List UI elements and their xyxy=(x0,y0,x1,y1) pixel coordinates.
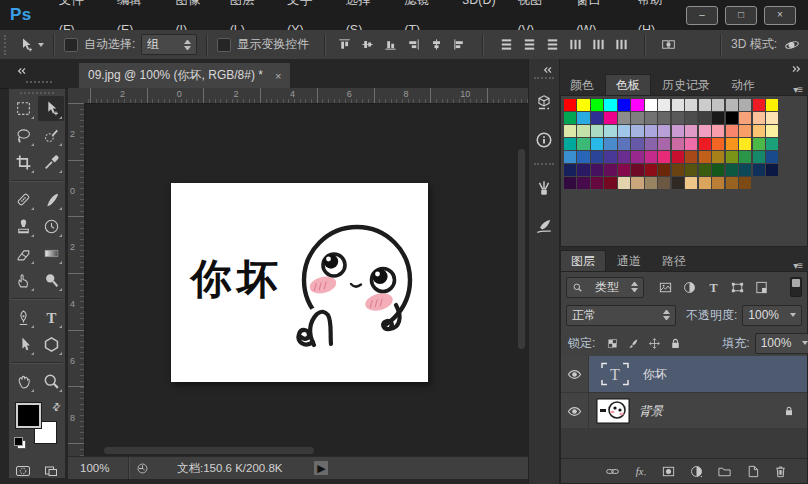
swatches-tab-色板[interactable]: 色板 xyxy=(605,74,651,95)
swatch-dce8a8[interactable] xyxy=(564,125,576,137)
layer-style-icon[interactable]: fx xyxy=(633,464,648,479)
swatch-eec68a[interactable] xyxy=(685,177,697,189)
lock-transparent-icon[interactable] xyxy=(606,337,619,350)
swatch-f7941d[interactable] xyxy=(726,138,738,150)
auto-select-checkbox[interactable] xyxy=(64,38,78,52)
align-left-edges-icon[interactable] xyxy=(404,35,423,54)
swatch-4a3898[interactable] xyxy=(604,151,616,163)
swatch-f7a278[interactable] xyxy=(739,112,751,124)
swatch-3a5c10[interactable] xyxy=(699,164,711,176)
tool-eyedropper[interactable] xyxy=(38,150,64,175)
swatch-2e3192[interactable] xyxy=(591,112,603,124)
new-adjustment-icon[interactable] xyxy=(689,464,704,479)
toolbox-grip[interactable] xyxy=(20,92,54,94)
tool-rectangular-marquee[interactable] xyxy=(10,96,36,121)
swatch-184a8c[interactable] xyxy=(766,151,778,163)
swatch-4a8ccb[interactable] xyxy=(604,138,616,150)
swatch-5b74bc[interactable] xyxy=(618,138,630,150)
tool-smudge[interactable] xyxy=(10,268,36,293)
swatch-e1e1e1[interactable] xyxy=(672,99,684,111)
swatch-6c5842[interactable] xyxy=(658,177,670,189)
swatch-ffff00[interactable] xyxy=(577,99,589,111)
swatch-461260[interactable] xyxy=(591,164,603,176)
new-group-icon[interactable] xyxy=(717,464,732,479)
swatch-fac473[interactable] xyxy=(753,125,765,137)
filter-type-icon[interactable]: T xyxy=(706,280,721,295)
swatch-f09ec1[interactable] xyxy=(699,125,711,137)
horizontal-ruler[interactable]: 20246810 xyxy=(84,88,528,104)
minimize-button[interactable]: – xyxy=(686,6,718,25)
filter-pixel-icon[interactable] xyxy=(658,280,673,295)
swatch-e4d4ae[interactable] xyxy=(618,177,630,189)
swatches-tab-动作[interactable]: 动作 xyxy=(721,75,765,95)
dock-grip[interactable] xyxy=(534,77,554,79)
swatch-6a4410[interactable] xyxy=(672,164,684,176)
swatch-302822[interactable] xyxy=(672,177,684,189)
tool-brush[interactable] xyxy=(38,187,64,212)
swatches-tab-历史记录[interactable]: 历史记录 xyxy=(652,75,720,95)
swatch-c06018[interactable] xyxy=(699,151,711,163)
swatch-148868[interactable] xyxy=(753,151,765,163)
swatch-6659a8[interactable] xyxy=(631,138,643,150)
swatch-ffe81e[interactable] xyxy=(739,138,751,150)
swatch-595959[interactable] xyxy=(672,112,684,124)
swatch-98288e[interactable] xyxy=(631,151,643,163)
close-tab-icon[interactable]: × xyxy=(275,70,281,82)
foreground-color-swatch[interactable] xyxy=(16,403,41,428)
swatch-565410[interactable] xyxy=(685,164,697,176)
layer-visibility-toggle[interactable] xyxy=(561,356,589,392)
tool-type[interactable]: T xyxy=(38,305,64,330)
swatch-650840[interactable] xyxy=(591,177,603,189)
swatch-3cb878[interactable] xyxy=(577,138,589,150)
swatch-caa67a[interactable] xyxy=(631,177,643,189)
swatch-ebebeb[interactable] xyxy=(658,99,670,111)
swatch-10305c[interactable] xyxy=(753,164,765,176)
swatch-b99fd7[interactable] xyxy=(658,125,670,137)
quick-mask-icon[interactable] xyxy=(15,463,31,479)
swatch-840a4c[interactable] xyxy=(618,164,630,176)
swatch-2a4498[interactable] xyxy=(591,151,603,163)
swatch-ed1c24[interactable] xyxy=(753,99,765,111)
swatch-ed1c24[interactable] xyxy=(699,138,711,150)
default-colors-icon[interactable] xyxy=(14,437,26,449)
new-layer-icon[interactable] xyxy=(745,464,760,479)
zoom-level-field[interactable]: 100% xyxy=(80,462,122,474)
tool-crop[interactable] xyxy=(10,150,36,175)
swatch-29b9e8[interactable] xyxy=(591,138,603,150)
swatch-a0c7e9[interactable] xyxy=(618,125,630,137)
swatch-a5b3e1[interactable] xyxy=(631,125,643,137)
layers-tab-通道[interactable]: 通道 xyxy=(607,251,651,271)
swatch-f26522[interactable] xyxy=(712,138,724,150)
swatch-ff00ff[interactable] xyxy=(631,99,643,111)
tool-gradient[interactable] xyxy=(38,241,64,266)
swatch-df9ac7[interactable] xyxy=(685,125,697,137)
distribute-vertical-centers-icon[interactable] xyxy=(520,35,539,54)
screen-mode-icon[interactable] xyxy=(43,463,59,479)
show-transform-checkbox[interactable] xyxy=(217,38,231,52)
tool-hand[interactable] xyxy=(10,369,36,394)
fill-select[interactable]: 100% xyxy=(755,333,808,354)
swatch-14581c[interactable] xyxy=(712,164,724,176)
align-top-edges-icon[interactable] xyxy=(335,35,354,54)
tool-lasso[interactable] xyxy=(10,123,36,148)
swatch-2a66b8[interactable] xyxy=(577,151,589,163)
swatch-0c5840[interactable] xyxy=(726,164,738,176)
swatch-f89dab[interactable] xyxy=(712,125,724,137)
close-button[interactable]: × xyxy=(764,6,796,25)
swatch-a84818[interactable] xyxy=(685,151,697,163)
swatch-3a8fd0[interactable] xyxy=(564,151,576,163)
distribute-top-edges-icon[interactable] xyxy=(497,35,516,54)
swatch-fde3b2[interactable] xyxy=(766,112,778,124)
pasteboard[interactable]: 你坏 xyxy=(84,103,528,457)
swatch-ffffff[interactable] xyxy=(645,99,657,111)
distribute-horizontal-centers-icon[interactable] xyxy=(589,35,608,54)
vertical-ruler[interactable]: 202468 xyxy=(68,103,85,457)
swatch-f5866b[interactable] xyxy=(726,125,738,137)
swatch-c42a8c[interactable] xyxy=(645,151,657,163)
swatch-adadad[interactable] xyxy=(739,99,751,111)
swatch-000000[interactable] xyxy=(726,112,738,124)
swatch-d7d7d7[interactable] xyxy=(685,99,697,111)
swatch-2a9448[interactable] xyxy=(739,151,751,163)
status-expand-icon[interactable]: ▶ xyxy=(314,461,328,475)
align-right-edges-icon[interactable] xyxy=(450,35,469,54)
